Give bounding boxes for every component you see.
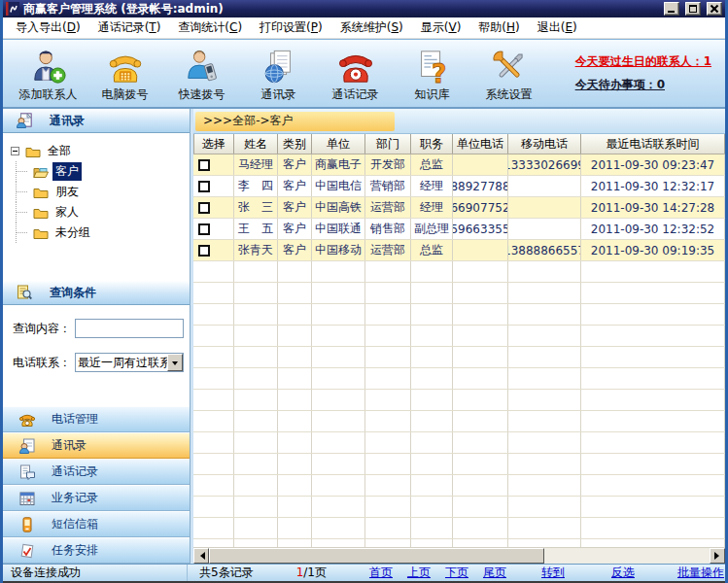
tree-node[interactable]: 未分组 <box>9 223 190 243</box>
query-content-input[interactable] <box>75 319 184 338</box>
tree-connector <box>16 161 29 182</box>
phone-contact-select[interactable]: 最近一周有过联系 <box>75 353 184 372</box>
nav-item-label: 业务记录 <box>52 490 98 506</box>
table-row[interactable]: 马经理客户商赢电子开发部总监133330266992011-09-30 09:2… <box>193 154 725 176</box>
empty-cell <box>365 411 411 431</box>
nav-item-phone[interactable]: 电话管理 <box>3 406 190 432</box>
empty-cell <box>411 326 453 346</box>
table-cell-company: 中国联通 <box>312 219 365 239</box>
empty-cell <box>193 390 234 410</box>
empty-cell <box>312 368 365 389</box>
empty-cell <box>278 368 312 389</box>
toolbar-button-settings[interactable]: 系统设置 <box>471 43 546 103</box>
toolbar-button-quick-dial[interactable]: 快速拨号 <box>164 43 239 103</box>
row-checkbox[interactable] <box>198 159 210 171</box>
menu-item[interactable]: 帮助(H) <box>469 17 528 38</box>
column-header[interactable]: 单位电话 <box>453 134 508 154</box>
toolbar-button-contacts[interactable]: 通讯录 <box>241 43 316 103</box>
table-row[interactable]: 张青天客户中国移动运营部总监138888665572011-09-30 09:1… <box>193 240 725 261</box>
scrollbar-track[interactable] <box>544 548 710 564</box>
table-cell-select <box>193 176 234 196</box>
nav-item-callrec[interactable]: 通话记录 <box>3 459 190 485</box>
scroll-left-icon[interactable] <box>193 548 209 564</box>
toolbar-button-call-record[interactable]: 通话记录 <box>318 43 393 103</box>
tree-node[interactable]: 朋友 <box>9 182 190 202</box>
tree-node[interactable]: 客户 <box>9 161 190 182</box>
menu-item[interactable]: 显示(V) <box>412 17 470 38</box>
tree-node-label[interactable]: 朋友 <box>52 183 82 201</box>
menu-item[interactable]: 系统维护(S) <box>331 17 412 38</box>
column-header[interactable]: 选择 <box>193 134 234 154</box>
column-header[interactable]: 类别 <box>278 134 312 154</box>
nav-item-biz[interactable]: 业务记录 <box>3 485 190 511</box>
empty-cell <box>312 497 365 517</box>
empty-cell <box>508 497 581 517</box>
nav-item-contacts[interactable]: 通讯录 <box>3 432 190 459</box>
table-cell-select <box>193 154 234 175</box>
table-cell-type: 客户 <box>278 219 312 239</box>
menu-item[interactable]: 打印设置(P) <box>251 17 331 38</box>
toolbar-notices: 今天要过生日的联系人：1 今天待办事项：0 <box>575 53 719 103</box>
column-header[interactable]: 部门 <box>365 134 411 154</box>
dropdown-arrow-icon[interactable] <box>167 354 183 371</box>
table-row[interactable]: 王 五客户中国联通销售部副总理596633552011-09-30 12:32:… <box>193 219 725 240</box>
column-header[interactable]: 最近电话联系时间 <box>581 134 725 154</box>
menu-item[interactable]: 导入导出(D) <box>7 17 89 38</box>
maximize-button[interactable] <box>685 2 701 16</box>
table-row[interactable]: 张 三客户中国高铁运营部经理669077522011-09-30 14:27:2… <box>193 197 725 219</box>
page-link[interactable]: 下页 <box>445 565 468 581</box>
close-button[interactable] <box>707 2 722 16</box>
batch-operation-link[interactable]: 批量操作 <box>677 565 724 581</box>
pagination-bar: 共5条记录 1/1页 首页上页下页尾页 转到 反选 批量操作 <box>188 565 725 581</box>
row-checkbox[interactable] <box>198 223 210 235</box>
menu-item[interactable]: 查询统计(C) <box>169 17 251 38</box>
tree-node[interactable]: 家人 <box>9 202 190 223</box>
toolbar-button-knowledge[interactable]: ?知识库 <box>395 43 469 103</box>
minimize-button[interactable] <box>664 2 679 16</box>
tree-node-label[interactable]: 未分组 <box>52 223 93 242</box>
nav-item-task[interactable]: 任务安排 <box>3 537 190 564</box>
empty-cell <box>234 326 278 346</box>
empty-cell <box>312 432 365 453</box>
todo-notice-link[interactable]: 今天待办事项：0 <box>575 77 711 93</box>
scroll-right-icon[interactable] <box>710 548 725 564</box>
tree-node-root[interactable]: 全部 <box>9 141 190 161</box>
row-checkbox[interactable] <box>198 202 210 214</box>
empty-cell <box>312 539 365 547</box>
empty-cell <box>312 454 365 474</box>
goto-page-link[interactable]: 转到 <box>541 565 565 581</box>
title-bar: 商赢客户管理系统 (登录帐号:admin) <box>3 0 725 17</box>
nav-item-sms[interactable]: 短信信箱 <box>3 511 190 537</box>
empty-cell <box>581 411 725 431</box>
folder-open-icon <box>33 165 49 179</box>
table-cell-dept: 运营部 <box>365 240 411 260</box>
menu-item[interactable]: 通话记录(T) <box>89 17 170 38</box>
empty-cell <box>278 432 312 453</box>
toolbar-button-computer-dial[interactable]: 电脑拨号 <box>87 43 162 103</box>
empty-table-row <box>193 432 725 454</box>
table-cell-mobile: 13888866557 <box>508 240 581 260</box>
tree-node-label[interactable]: 客户 <box>52 162 82 181</box>
table-row[interactable]: 李 四客户中国电信营销部经理889277882011-09-30 12:32:1… <box>193 176 725 197</box>
birthday-notice-link[interactable]: 今天要过生日的联系人：1 <box>575 53 711 70</box>
invert-selection-link[interactable]: 反选 <box>611 565 635 581</box>
column-header[interactable]: 单位 <box>312 134 365 154</box>
table-cell-dept: 开发部 <box>365 154 411 175</box>
tree-node-label[interactable]: 家人 <box>52 203 82 222</box>
column-header[interactable]: 姓名 <box>234 134 278 154</box>
page-link[interactable]: 尾页 <box>483 565 506 581</box>
row-checkbox[interactable] <box>198 245 210 257</box>
column-header[interactable]: 职务 <box>411 134 453 154</box>
tree-expand-icon[interactable] <box>11 147 19 155</box>
page-link[interactable]: 上页 <box>407 565 431 581</box>
horizontal-scrollbar[interactable] <box>193 547 725 564</box>
row-checkbox[interactable] <box>198 181 210 192</box>
tree-node-label[interactable]: 全部 <box>45 142 74 160</box>
menu-item[interactable]: 退出(E) <box>529 17 586 38</box>
table-cell-name: 马经理 <box>234 154 278 175</box>
scrollbar-thumb[interactable] <box>209 548 544 564</box>
empty-cell <box>508 454 581 474</box>
page-link[interactable]: 首页 <box>369 565 393 581</box>
toolbar-button-add-contact[interactable]: 添加联系人 <box>11 43 86 103</box>
column-header[interactable]: 移动电话 <box>508 134 581 154</box>
